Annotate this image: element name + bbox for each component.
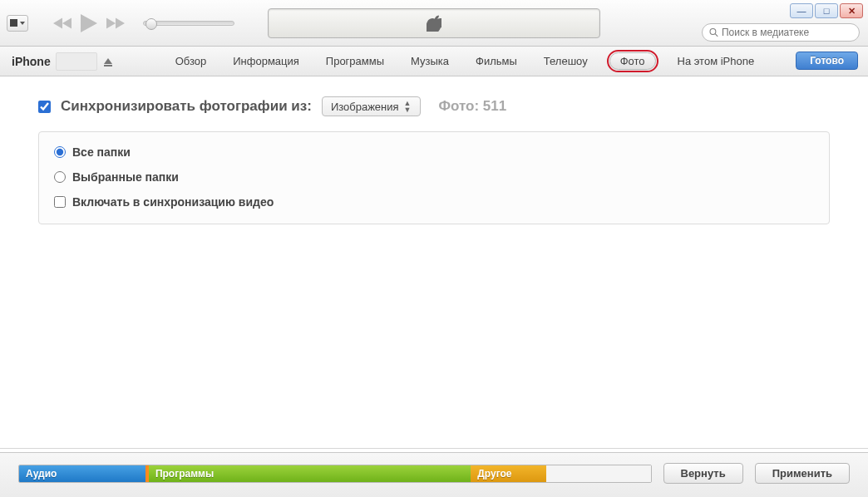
playback-controls: [53, 14, 234, 32]
lcd-display: [268, 8, 600, 38]
include-videos-label[interactable]: Включать в синхронизацию видео: [72, 195, 274, 209]
tab-info[interactable]: Информация: [228, 52, 304, 71]
top-toolbar: — □ ✕: [0, 0, 868, 47]
sync-photos-label: Синхронизировать фотографии из:: [61, 98, 312, 115]
window-close-button[interactable]: ✕: [840, 3, 863, 18]
sync-header: Синхронизировать фотографии из: Изображе…: [38, 96, 830, 116]
svg-line-1: [715, 34, 718, 37]
device-name-field-blank: [56, 52, 97, 71]
done-button[interactable]: Готово: [796, 52, 858, 70]
revert-button[interactable]: Вернуть: [663, 463, 743, 484]
search-input[interactable]: [722, 27, 852, 38]
photo-count-label: Фото: 511: [439, 98, 507, 115]
window-minimize-button[interactable]: —: [790, 3, 813, 18]
device-tabbar: iPhone Обзор Информация Программы Музыка…: [0, 47, 868, 76]
selected-folders-label[interactable]: Выбранные папки: [72, 170, 179, 184]
window-maximize-button[interactable]: □: [815, 3, 838, 18]
apple-logo-icon: [427, 15, 441, 32]
photos-pane: Синхронизировать фотографии из: Изображе…: [0, 76, 868, 224]
svg-point-0: [710, 29, 716, 35]
selected-folders-radio[interactable]: [54, 171, 66, 183]
sync-photos-checkbox[interactable]: [38, 101, 51, 113]
tab-apps[interactable]: Программы: [321, 52, 389, 71]
capacity-bar: Аудио Программы Другое: [18, 465, 652, 483]
previous-button[interactable]: [53, 17, 72, 29]
tab-music[interactable]: Музыка: [406, 52, 454, 71]
capacity-segment-apps: Программы: [149, 465, 471, 482]
up-down-icon: ▲▼: [404, 100, 412, 113]
capacity-segment-audio: Аудио: [19, 465, 145, 482]
window-controls: — □ ✕: [790, 3, 863, 18]
include-videos-checkbox[interactable]: [54, 196, 66, 208]
tab-movies[interactable]: Фильмы: [471, 52, 522, 71]
photo-source-value: Изображения: [331, 101, 399, 113]
volume-slider[interactable]: [143, 21, 234, 26]
tab-overview[interactable]: Обзор: [170, 52, 212, 71]
play-button[interactable]: [78, 14, 100, 32]
photo-source-select[interactable]: Изображения ▲▼: [322, 96, 421, 116]
all-folders-label[interactable]: Все папки: [72, 145, 131, 159]
capacity-segment-free: [546, 465, 650, 482]
library-menu-button[interactable]: [7, 15, 28, 32]
folder-options-box: Все папки Выбранные папки Включать в син…: [38, 131, 830, 224]
next-button[interactable]: [106, 17, 125, 29]
volume-thumb[interactable]: [145, 18, 157, 30]
all-folders-radio[interactable]: [54, 146, 66, 158]
capacity-segment-other: Другое: [471, 465, 546, 482]
eject-icon[interactable]: [104, 58, 112, 64]
footer-bar: Аудио Программы Другое Вернуть Применить: [0, 452, 868, 497]
footer-divider: [0, 448, 868, 449]
search-icon: [709, 27, 718, 37]
apply-button[interactable]: Применить: [755, 463, 850, 484]
tab-photos[interactable]: Фото: [609, 52, 656, 70]
device-name: iPhone: [12, 52, 112, 71]
device-tabs: Обзор Информация Программы Музыка Фильмы…: [170, 52, 760, 71]
tab-tvshows[interactable]: Телешоу: [539, 52, 593, 71]
tab-on-device[interactable]: На этом iPhone: [673, 52, 760, 71]
search-field[interactable]: [702, 23, 860, 42]
